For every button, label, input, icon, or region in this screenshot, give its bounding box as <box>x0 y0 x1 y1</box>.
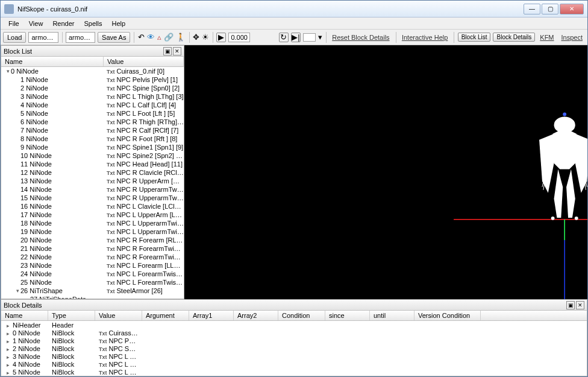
detail-row[interactable]: ▸ 0 NiNodeNiBlockTxtCuirass_0.nif... <box>1 329 587 337</box>
tree-row[interactable]: 5 NiNodeTxtNPC L Foot [Lft ] [5] <box>1 109 184 118</box>
expand-icon[interactable]: ▾ <box>14 288 20 294</box>
tree-row[interactable]: 16 NiNodeTxtNPC L Clavicle [LClv] [16] <box>1 202 184 211</box>
undo-icon[interactable]: ↶ <box>138 33 145 42</box>
blocklist-toggle[interactable]: Block List <box>458 33 491 42</box>
links-icon[interactable]: 🔗 <box>164 33 174 42</box>
menu-help[interactable]: Help <box>107 19 130 28</box>
detail-col[interactable]: until <box>370 311 414 320</box>
detail-col[interactable]: since <box>325 311 370 320</box>
toolbar: Load armor\steel\f\cuirass_0.nif armor\s… <box>1 30 587 45</box>
anim-dropdown-icon[interactable]: ▾ <box>318 33 322 42</box>
detail-col[interactable]: Argument <box>142 311 189 320</box>
viewport-3d[interactable] <box>184 45 587 299</box>
detail-col[interactable]: Type <box>48 311 95 320</box>
detail-col[interactable]: Value <box>95 311 142 320</box>
menubar: File View Render Spells Help <box>1 17 587 30</box>
end-icon[interactable]: ▶| <box>291 33 301 42</box>
blockdetails-toggle[interactable]: Block Details <box>493 33 535 42</box>
axis-icon[interactable]: ✥ <box>193 33 199 42</box>
light-icon[interactable]: ☀ <box>202 33 209 42</box>
tree-row[interactable]: 14 NiNodeTxtNPC R UpperarmTwist1 [R... <box>1 185 184 194</box>
blocklist-tree[interactable]: ▾0 NiNodeTxtCuirass_0.nif [0]1 NiNodeTxt… <box>1 67 184 299</box>
tree-row[interactable]: 20 NiNodeTxtNPC R Forearm [RLar] [20] <box>1 236 184 244</box>
detail-col[interactable]: Array1 <box>189 311 234 320</box>
detail-col[interactable]: Array2 <box>234 311 278 320</box>
menu-render[interactable]: Render <box>48 19 78 28</box>
node-label: 6 NiNode <box>20 118 48 125</box>
expand-icon[interactable]: ▸ <box>5 354 11 360</box>
minimize-button[interactable]: — <box>524 4 540 14</box>
load-path-input[interactable]: armor\steel\f\cuirass_0.nif <box>28 32 58 43</box>
tree-row[interactable]: 27 NiTriShapeData <box>1 295 184 299</box>
col-value[interactable]: Value <box>104 57 184 66</box>
save-path-input[interactable]: armor\steel\f\cuirass_0.nif <box>66 32 95 43</box>
reset-block-details[interactable]: Reset Block Details <box>330 34 392 41</box>
tree-row[interactable]: 3 NiNodeTxtNPC L Thigh [LThg] [3] <box>1 92 184 101</box>
tree-row[interactable]: 12 NiNodeTxtNPC R Clavicle [RClv] [12] <box>1 168 184 177</box>
expand-icon[interactable]: ▾ <box>5 68 11 74</box>
tree-row[interactable]: 15 NiNodeTxtNPC R UpperarmTwist2 [R... <box>1 194 184 202</box>
tree-row[interactable]: 23 NiNodeTxtNPC L Forearm [LLar] [23] <box>1 261 184 270</box>
expand-icon[interactable]: ▸ <box>5 331 11 337</box>
tree-row[interactable]: 24 NiNodeTxtNPC L ForearmTwist1 [LLt1... <box>1 270 184 278</box>
play-icon[interactable]: ▶ <box>216 33 226 42</box>
blocklist-close-button[interactable]: ✕ <box>173 47 181 55</box>
tree-row[interactable]: 9 NiNodeTxtNPC Spine1 [Spn1] [9] <box>1 143 184 151</box>
detail-row[interactable]: ▸ NiHeaderHeader <box>1 321 587 329</box>
tree-row[interactable]: 10 NiNodeTxtNPC Spine2 [Spn2] [10] <box>1 151 184 160</box>
expand-icon[interactable]: ▸ <box>5 346 11 352</box>
anim-combo[interactable] <box>303 33 316 42</box>
tree-row[interactable]: 4 NiNodeTxtNPC L Calf [LClf] [4] <box>1 101 184 109</box>
kfm-toggle[interactable]: KFM <box>537 34 556 41</box>
tree-row[interactable]: 13 NiNodeTxtNPC R UpperArm [RUar] [13] <box>1 177 184 185</box>
tree-row[interactable]: 21 NiNodeTxtNPC R ForearmTwist1 [RLt... <box>1 244 184 253</box>
tree-row[interactable]: 22 NiNodeTxtNPC R ForearmTwist2 [RLt... <box>1 253 184 261</box>
interactive-help[interactable]: Interactive Help <box>399 34 450 41</box>
node-label: 10 NiNode <box>20 152 52 159</box>
detail-row[interactable]: ▸ 3 NiNodeNiBlockTxtNPC L Thigh... <box>1 352 587 360</box>
blockdetails-rows[interactable]: ▸ NiHeaderHeader▸ 0 NiNodeNiBlockTxtCuir… <box>1 321 587 376</box>
detail-row[interactable]: ▸ 5 NiNodeNiBlockTxtNPC L Foot [... <box>1 368 587 376</box>
detail-col[interactable]: Condition <box>278 311 325 320</box>
loop-icon[interactable]: ↻ <box>279 33 289 42</box>
saveas-button[interactable]: Save As <box>98 32 130 43</box>
col-name[interactable]: Name <box>1 57 104 66</box>
menu-view[interactable]: View <box>25 19 48 28</box>
tree-row[interactable]: 6 NiNodeTxtNPC R Thigh [RThg] [6] <box>1 118 184 126</box>
walk-icon[interactable]: 🚶 <box>176 33 186 42</box>
tree-row[interactable]: 8 NiNodeTxtNPC R Foot [Rft ] [8] <box>1 135 184 143</box>
close-button[interactable]: ✕ <box>560 4 584 14</box>
tree-row[interactable]: 11 NiNodeTxtNPC Head [Head] [11] <box>1 160 184 168</box>
normals-icon[interactable]: ▵ <box>157 33 161 42</box>
txt-badge: Txt <box>107 111 115 117</box>
detail-col[interactable]: Version Condition <box>414 311 481 320</box>
load-button[interactable]: Load <box>3 32 26 43</box>
tree-row[interactable]: 17 NiNodeTxtNPC L UpperArm [LUar] [17] <box>1 211 184 219</box>
txt-badge: Txt <box>99 362 107 368</box>
expand-icon[interactable]: ▸ <box>5 323 11 329</box>
expand-icon[interactable]: ▸ <box>5 370 11 376</box>
tree-row[interactable]: ▾0 NiNodeTxtCuirass_0.nif [0] <box>1 67 184 75</box>
tree-row[interactable]: 2 NiNodeTxtNPC Spine [Spn0] [2] <box>1 84 184 92</box>
detail-row[interactable]: ▸ 2 NiNodeNiBlockTxtNPC Spine [... <box>1 344 587 352</box>
menu-file[interactable]: File <box>4 19 23 28</box>
inspect-toggle[interactable]: Inspect <box>559 34 585 41</box>
expand-icon[interactable]: ▸ <box>5 362 11 368</box>
detail-col[interactable]: Name <box>1 311 48 320</box>
tree-row[interactable]: ▾26 NiTriShapeTxtSteelArmor [26] <box>1 287 184 295</box>
detail-row[interactable]: ▸ 4 NiNodeNiBlockTxtNPC L Calf [... <box>1 360 587 368</box>
menu-spells[interactable]: Spells <box>80 19 106 28</box>
tree-row[interactable]: 1 NiNodeTxtNPC Pelvis [Pelv] [1] <box>1 75 184 84</box>
blockdetails-float-button[interactable]: ▣ <box>566 301 575 309</box>
maximize-button[interactable]: ▢ <box>542 4 558 14</box>
tree-row[interactable]: 18 NiNodeTxtNPC L UpperarmTwist1 [L... <box>1 219 184 227</box>
view-icon[interactable]: 👁 <box>147 33 155 42</box>
tree-row[interactable]: 25 NiNodeTxtNPC L ForearmTwist2 [LLt2... <box>1 278 184 287</box>
time-input[interactable]: 0.000 <box>228 33 250 42</box>
blockdetails-close-button[interactable]: ✕ <box>576 301 584 309</box>
expand-icon[interactable]: ▸ <box>5 338 11 344</box>
tree-row[interactable]: 7 NiNodeTxtNPC R Calf [RClf] [7] <box>1 126 184 135</box>
blocklist-float-button[interactable]: ▣ <box>163 47 172 55</box>
detail-row[interactable]: ▸ 1 NiNodeNiBlockTxtNPC Pelvis [... <box>1 337 587 344</box>
tree-row[interactable]: 19 NiNodeTxtNPC L UpperarmTwist2 [L... <box>1 227 184 236</box>
